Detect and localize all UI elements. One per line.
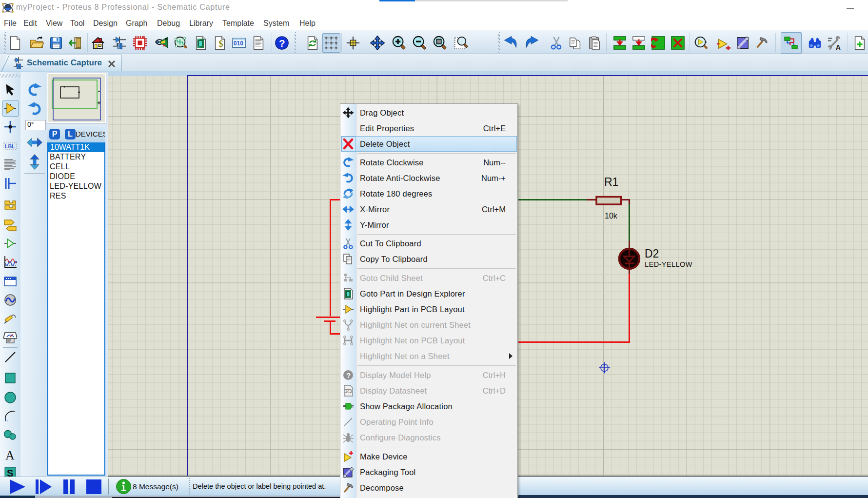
svg-text:A: A [836,43,841,50]
svg-text:PDF: PDF [345,390,351,393]
svg-text:LBL: LBL [5,143,15,149]
svg-text:A: A [5,448,15,461]
svg-text:?: ? [279,38,285,49]
svg-text:$: $ [218,39,223,49]
svg-text:010: 010 [234,40,244,47]
svg-text:?: ? [346,371,351,379]
